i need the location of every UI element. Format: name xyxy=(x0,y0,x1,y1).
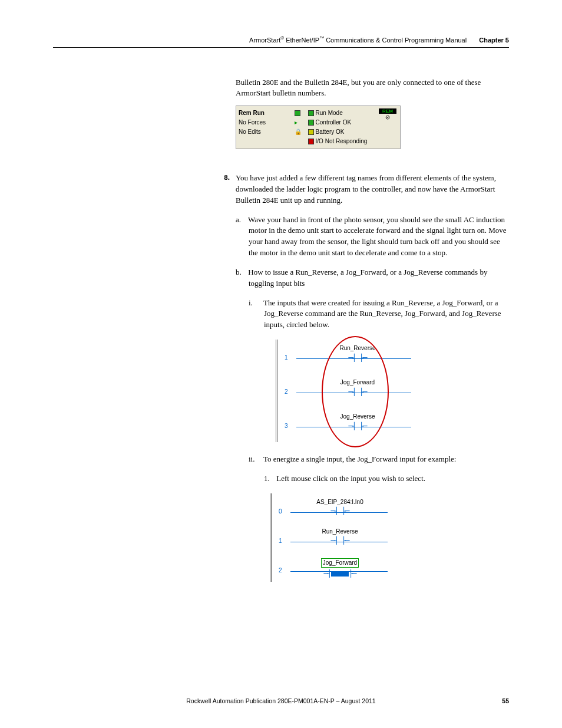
status-battery-ok: Battery OK xyxy=(316,129,345,135)
square-icon xyxy=(308,110,314,116)
footer-text: Rockwell Automation Publication 280E-PM0… xyxy=(186,697,375,704)
selected-contact-icon: ─┤├─ xyxy=(305,568,375,579)
sub-b-i-text: The inputs that were created for issuing… xyxy=(263,298,501,330)
rung-number: 0 xyxy=(279,508,282,516)
square-icon xyxy=(308,120,314,126)
sub-b-label: b. xyxy=(236,267,246,278)
header-protocol: EtherNet/IP xyxy=(284,37,319,44)
run-indicator-icon xyxy=(295,110,300,116)
contact-icon: ─┤ ├─ xyxy=(322,387,393,397)
page-footer: Rockwell Automation Publication 280E-PM0… xyxy=(53,697,509,704)
contact-label: AS_EIP_284:I.In0 xyxy=(305,498,375,507)
rung-number: 3 xyxy=(285,422,288,431)
page-header: ArmorStart® EtherNet/IP™ Communications … xyxy=(53,35,509,48)
status-no-forces: No Forces xyxy=(239,118,293,127)
contact-label: Jog_Reverse xyxy=(322,413,393,421)
sub-b-text: How to issue a Run_Reverse, a Jog_Forwar… xyxy=(248,268,487,288)
sub-b-ii-text: To energize a single input, the Jog_Forw… xyxy=(263,454,456,463)
sub-a-label: a. xyxy=(236,215,246,226)
ladder-diagram-selection: 0 AS_EIP_284:I.In0 ─┤ ├─ 1 xyxy=(270,493,388,582)
contact-icon: ─┤ ├─ xyxy=(305,536,375,546)
header-rest: Communications & Control Programming Man… xyxy=(324,37,467,44)
contact-label: Run_Reverse xyxy=(322,344,393,353)
rung-number: 2 xyxy=(279,566,282,575)
contact-label-selected: Jog_Forward xyxy=(321,558,359,568)
status-no-edits: No Edits xyxy=(239,127,293,137)
sub-b-ii-1-text: Left mouse click on the input you wish t… xyxy=(276,474,425,483)
square-icon xyxy=(308,139,314,144)
contact-icon: ─┤ ├─ xyxy=(322,353,393,363)
contact-label: Jog_Forward xyxy=(322,378,393,387)
status-run-mode: Run Mode xyxy=(316,110,343,116)
contact-icon: ─┤ ├─ xyxy=(322,421,393,431)
sub-a-text: Wave your hand in front of the photo sen… xyxy=(248,215,507,258)
page-number: 55 xyxy=(502,697,509,704)
step-text: You have just added a few different tag … xyxy=(236,173,496,205)
sub-b-ii-label: ii. xyxy=(249,454,262,465)
play-icon: ▸ xyxy=(295,119,297,126)
lock-icon: 🔒 xyxy=(295,129,302,135)
status-controller-ok: Controller OK xyxy=(316,119,352,126)
step-number: 8. xyxy=(212,173,236,594)
key-switch-icon: ⊖ xyxy=(383,113,392,122)
square-icon xyxy=(308,129,314,135)
intro-paragraph: Bulletin 280E and the Bulletin 284E, but… xyxy=(236,77,509,98)
contact-label: Run_Reverse xyxy=(305,528,375,536)
sub-b-ii-1-label: 1. xyxy=(264,473,275,485)
rem-key-badge: REM ⊖ xyxy=(379,108,396,120)
contact-icon: ─┤ ├─ xyxy=(305,506,375,516)
header-chapter: Chapter 5 xyxy=(479,37,509,44)
header-product: ArmorStart xyxy=(249,37,280,44)
sub-b-i-label: i. xyxy=(249,298,262,309)
status-rem-run: Rem Run xyxy=(239,110,265,116)
rung-number: 1 xyxy=(279,537,282,546)
rung-number: 1 xyxy=(285,354,288,363)
ladder-diagram-circled: 1 Run_Reverse ─┤ ├─ 2 xyxy=(276,340,411,442)
status-io-not-responding: I/O Not Responding xyxy=(316,138,368,144)
header-tm: ™ xyxy=(319,35,324,41)
controller-status-panel: Rem Run No Forces No Edits ▸ 🔒 Run Mode … xyxy=(236,106,401,149)
rung-number: 2 xyxy=(285,388,288,397)
